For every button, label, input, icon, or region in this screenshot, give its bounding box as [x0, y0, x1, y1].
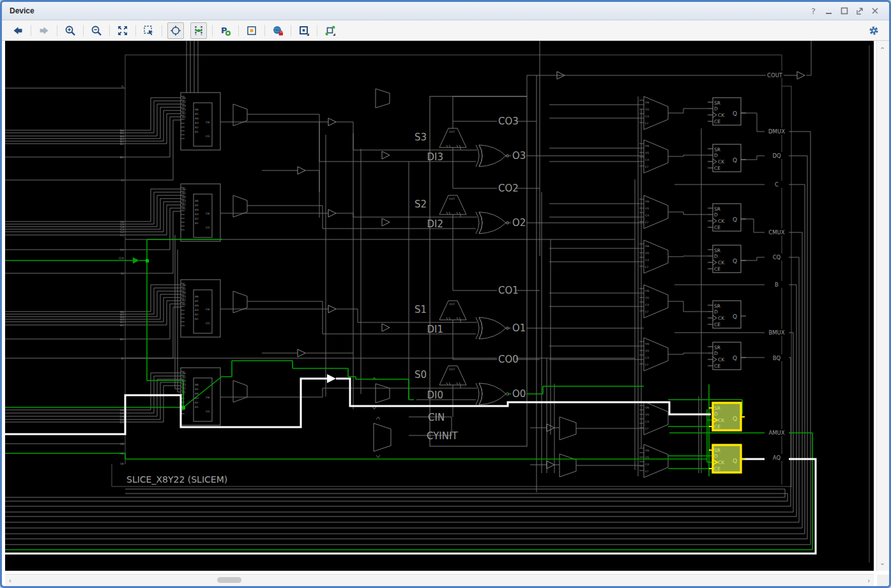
svg-text:A6: A6: [182, 188, 186, 191]
svg-text:O5: O5: [206, 322, 210, 325]
svg-text:CI: CI: [121, 179, 124, 182]
maximize-icon[interactable]: [839, 6, 849, 16]
zoom-selection-button[interactable]: [141, 23, 156, 38]
device-canvas[interactable]: SRDCKCEQ SRDCKCEQ SRDCKCEQ SRDCKCEQ SRDC…: [5, 41, 874, 571]
horizontal-scrollbar[interactable]: ‹ ›: [5, 574, 874, 586]
svg-text:BQ: BQ: [773, 355, 781, 361]
svg-text:I1: I1: [121, 85, 124, 88]
schematic[interactable]: SRDCKCEQ SRDCKCEQ SRDCKCEQ SRDCKCEQ SRDC…: [5, 41, 874, 571]
svg-text:A2: A2: [182, 203, 186, 206]
help-icon[interactable]: ?: [809, 6, 819, 16]
svg-text:A1: A1: [182, 303, 186, 306]
svg-text:O6: O6: [206, 212, 210, 215]
scroll-up-icon[interactable]: ⌃: [880, 46, 885, 54]
flip-flop-selected[interactable]: SRDCKCEQ: [709, 403, 745, 430]
svg-text:F7: F7: [645, 470, 649, 473]
svg-text:O6: O6: [645, 144, 650, 147]
svg-text:OUT: OUT: [449, 368, 455, 371]
close-icon[interactable]: [870, 6, 880, 16]
svg-text:CX: CX: [645, 463, 649, 466]
svg-text:A5: A5: [182, 100, 186, 103]
lut-output-muxes[interactable]: [233, 104, 247, 402]
vertical-scrollbar[interactable]: ⌃ ⌄: [876, 41, 889, 571]
svg-text:S2: S2: [415, 199, 427, 210]
flip-flop[interactable]: SRDCKCEQ: [708, 144, 746, 172]
svg-text:A6: A6: [195, 199, 199, 202]
svg-text:O5: O5: [206, 226, 210, 229]
swap-window-button[interactable]: [323, 23, 338, 38]
svg-text:S3: S3: [415, 132, 427, 143]
svg-text:CK: CK: [718, 112, 725, 118]
svg-text:CE: CE: [714, 225, 720, 230]
svg-text:S0: S0: [415, 369, 427, 381]
flip-flop[interactable]: SRDCKCEQ: [708, 301, 746, 328]
svg-text:O5: O5: [645, 413, 650, 416]
output-muxes[interactable]: [639, 96, 668, 478]
svg-text:A1: A1: [195, 222, 199, 225]
zoom-in-button[interactable]: [63, 23, 78, 38]
svg-text:CK: CK: [718, 357, 725, 363]
left-input-wires: [5, 88, 125, 444]
autofit-selection-button[interactable]: [167, 22, 184, 39]
routing-resources-button[interactable]: [190, 22, 207, 39]
flip-flop[interactable]: SRDCKCEQ: [708, 245, 746, 273]
svg-text:Q: Q: [733, 313, 737, 320]
svg-text:D: D: [714, 351, 718, 356]
title-bar[interactable]: Device ?: [2, 2, 889, 20]
zoom-fit-button[interactable]: [115, 23, 130, 38]
draw-selection-button[interactable]: [296, 23, 312, 38]
toolbar: P: [2, 20, 889, 41]
scroll-down-icon[interactable]: ⌄: [880, 559, 885, 567]
forward-button[interactable]: [36, 23, 52, 38]
svg-text:Q: Q: [733, 458, 737, 464]
svg-text:SR: SR: [714, 405, 720, 411]
window-inner: Device ? P SRDCKCEQ S: [2, 2, 889, 586]
svg-text:CLK: CLK: [118, 257, 125, 260]
selected-net-white[interactable]: [5, 379, 711, 434]
world-lock-button[interactable]: [270, 23, 286, 38]
flip-flop[interactable]: SRDCKCEQ: [708, 204, 746, 231]
add-probe-button[interactable]: P: [218, 23, 233, 38]
svg-text:Q: Q: [733, 157, 737, 163]
svg-text:D: D: [714, 453, 718, 459]
back-button[interactable]: [10, 23, 26, 38]
svg-text:CK: CK: [718, 315, 725, 321]
svg-text:D: D: [714, 106, 718, 112]
svg-text:CO3: CO3: [498, 116, 519, 127]
svg-text:AQ: AQ: [773, 455, 781, 461]
scroll-left-icon[interactable]: ‹: [9, 577, 11, 584]
svg-text:CE: CE: [120, 442, 124, 446]
svg-text:AMUX: AMUX: [768, 430, 784, 436]
svg-text:F7: F7: [645, 165, 649, 169]
svg-text:DI: DI: [121, 272, 124, 275]
svg-text:SR: SR: [714, 100, 720, 106]
flip-flop-selected[interactable]: SRDCKCEQ: [709, 445, 745, 472]
svg-text:DMUX: DMUX: [768, 128, 785, 135]
svg-text:A4: A4: [182, 291, 186, 294]
svg-text:A4: A4: [195, 208, 199, 211]
svg-text:D2: D2: [120, 421, 124, 424]
flip-flop[interactable]: SRDCKCEQ: [708, 98, 746, 125]
f7-mux[interactable]: [374, 89, 391, 451]
lut-blocks[interactable]: [181, 93, 220, 425]
scroll-right-icon[interactable]: ›: [867, 577, 870, 584]
float-icon[interactable]: [855, 6, 865, 16]
horizontal-scroll-thumb[interactable]: [217, 577, 241, 583]
zoom-out-button[interactable]: [89, 23, 104, 38]
flip-flop[interactable]: SRDCKCEQ: [708, 342, 746, 370]
svg-text:O6: O6: [645, 342, 650, 345]
svg-text:SR: SR: [714, 248, 720, 253]
svg-text:F7: F7: [645, 266, 649, 269]
pre-ff-muxes[interactable]: [560, 417, 576, 477]
settings-gear-icon[interactable]: [866, 23, 881, 38]
svg-text:CO0: CO0: [498, 354, 519, 365]
svg-text:A3: A3: [195, 396, 199, 400]
minimize-icon[interactable]: [824, 6, 834, 16]
svg-text:O0: O0: [512, 388, 526, 400]
window-controls: ?: [809, 6, 889, 16]
svg-text:A5: A5: [195, 388, 199, 391]
svg-text:A1: A1: [195, 405, 199, 409]
svg-text:SR: SR: [714, 147, 720, 153]
svg-text:A4: A4: [182, 104, 186, 107]
highlight-cell-button[interactable]: [244, 23, 259, 38]
